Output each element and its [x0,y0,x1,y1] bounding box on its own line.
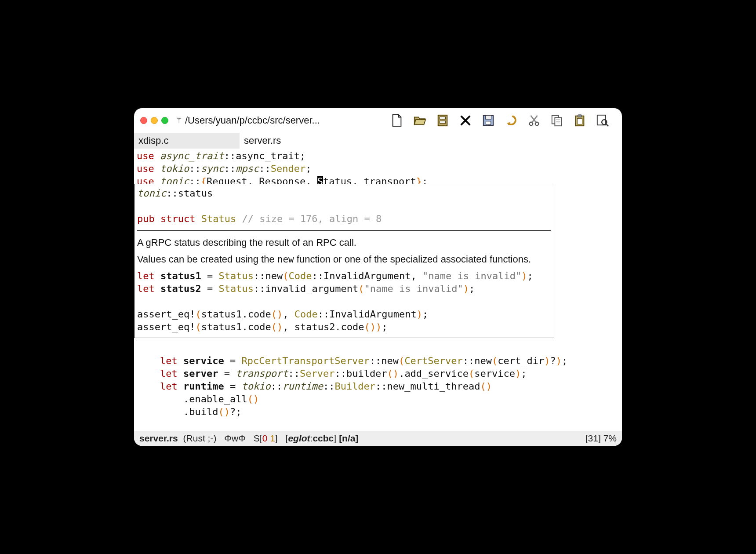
titlebar: ⚚ /Users/yuan/p/ccbc/src/server... [134,108,622,133]
modeline-na: [n/a] [339,433,358,444]
code-top: use async_trait::async_trait; use tokio:… [134,149,622,188]
popup-desc-2: Values can be created using the new func… [137,253,551,266]
svg-rect-2 [440,121,445,124]
dired-icon[interactable] [436,113,450,128]
minimize-icon[interactable] [151,117,158,124]
modeline: server.rs (Rust ;-) ΦwΦ S[0 1] [eglot:cc… [134,431,622,446]
tab-xdisp[interactable]: xdisp.c [134,133,240,149]
search-icon[interactable] [596,113,610,128]
window-title-text: /Users/yuan/p/ccbc/src/server... [185,115,320,126]
tab-label: server.rs [244,135,281,146]
modeline-mode: (Rust ;-) [183,433,217,444]
emacs-window: ⚚ /Users/yuan/p/ccbc/src/server... [134,108,622,446]
cut-icon[interactable] [527,113,541,128]
undo-icon[interactable] [504,113,518,128]
popup-breadcrumb: tonic::status pub struct Status // size … [137,187,551,225]
svg-rect-1 [440,117,445,120]
new-file-icon[interactable] [390,113,404,128]
tab-server[interactable]: server.rs [240,133,345,149]
editor-area[interactable]: use async_trait::async_trait; use tokio:… [134,149,622,431]
toolbar [390,113,616,128]
popup-desc-1: A gRPC status describing the result of a… [137,236,551,249]
open-folder-icon[interactable] [413,113,427,128]
svg-rect-12 [577,118,582,124]
modeline-flycheck: S[0 1] [254,433,278,444]
modeline-position: [31] 7% [585,433,617,444]
vc-icon: ⚚ [175,116,182,125]
svg-rect-11 [578,115,582,117]
zoom-icon[interactable] [161,117,168,124]
modeline-encoding: ΦwΦ [224,433,246,444]
svg-rect-9 [555,117,561,126]
close-icon[interactable] [140,117,147,124]
window-title: ⚚ /Users/yuan/p/ccbc/src/server... [175,115,320,126]
traffic-lights [140,117,168,124]
svg-rect-4 [485,116,491,119]
tab-bar: xdisp.c server.rs [134,133,622,149]
tab-label: xdisp.c [138,135,168,146]
svg-rect-5 [486,121,491,125]
save-icon[interactable] [481,113,495,128]
copy-icon[interactable] [550,113,564,128]
lsp-hover-popup: tonic::status pub struct Status // size … [134,184,554,338]
modeline-filename: server.rs [139,433,178,444]
popup-example: let status1 = Status::new(Code::InvalidA… [137,270,551,333]
paste-icon[interactable] [573,113,587,128]
kill-buffer-icon[interactable] [458,113,472,128]
code-below: let service = RpcCertTransportServer::ne… [134,354,622,418]
modeline-eglot: [eglot:ccbc] [286,433,337,444]
